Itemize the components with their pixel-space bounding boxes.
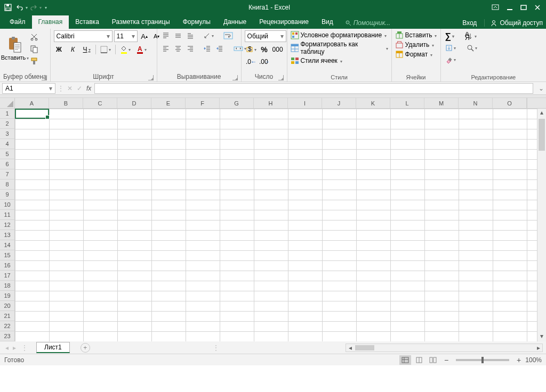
select-all-corner[interactable]	[0, 98, 15, 109]
minimize-icon[interactable]	[507, 4, 513, 11]
font-size-combo[interactable]: 11▾	[114, 30, 138, 42]
horizontal-scrollbar[interactable]: ◂ ▸	[346, 344, 543, 352]
row-header[interactable]: 8	[0, 179, 14, 190]
row-header[interactable]: 10	[0, 200, 14, 210]
active-cell[interactable]	[15, 109, 49, 119]
percent-icon[interactable]: %	[259, 44, 270, 55]
tab-review[interactable]: Рецензирование	[253, 15, 315, 29]
close-icon[interactable]	[534, 4, 541, 11]
save-icon[interactable]	[4, 4, 12, 11]
name-box[interactable]: A1▾	[2, 83, 55, 94]
add-sheet-button[interactable]: +	[81, 343, 90, 353]
row-header[interactable]: 3	[0, 129, 14, 139]
column-header[interactable]: O	[493, 98, 527, 108]
autosum-icon[interactable]: ∑	[444, 31, 455, 42]
vertical-scrollbar[interactable]: ▴ ▾	[537, 109, 546, 341]
tab-formulas[interactable]: Формулы	[176, 15, 217, 29]
row-header[interactable]: 21	[0, 311, 14, 321]
row-header[interactable]: 19	[0, 291, 14, 301]
column-header[interactable]: K	[356, 98, 390, 108]
column-header[interactable]: J	[322, 98, 356, 108]
enter-formula-icon[interactable]: ✓	[77, 85, 82, 92]
column-header[interactable]: H	[254, 98, 288, 108]
clipboard-launcher[interactable]	[42, 75, 47, 80]
bold-button[interactable]: Ж	[54, 44, 65, 55]
tab-view[interactable]: Вид	[315, 15, 340, 29]
paste-button[interactable]: Вставить	[3, 30, 27, 67]
format-painter-icon[interactable]	[29, 56, 39, 67]
row-header[interactable]: 9	[0, 190, 14, 200]
conditional-formatting-button[interactable]: Условное форматирование	[291, 31, 387, 39]
column-header[interactable]: I	[288, 98, 322, 108]
copy-icon[interactable]	[29, 44, 39, 54]
tab-layout[interactable]: Разметка страницы	[106, 15, 176, 29]
increase-font-icon[interactable]: A▴	[139, 31, 150, 42]
zoom-out-button[interactable]: −	[444, 356, 448, 364]
alignment-launcher[interactable]	[232, 75, 238, 80]
column-header[interactable]: N	[459, 98, 493, 108]
increase-decimal-icon[interactable]: .0←	[245, 57, 256, 68]
align-middle-icon[interactable]	[173, 30, 183, 41]
cells-area[interactable]	[15, 109, 537, 341]
row-header[interactable]: 2	[0, 119, 14, 129]
tab-file[interactable]: Файл	[3, 15, 32, 29]
font-color-icon[interactable]: A	[135, 44, 148, 55]
fill-icon[interactable]	[444, 43, 457, 53]
format-as-table-button[interactable]: Форматировать как таблицу	[291, 40, 388, 55]
decrease-indent-icon[interactable]	[202, 43, 213, 54]
number-launcher[interactable]	[278, 75, 284, 80]
format-cells-button[interactable]: Формат	[395, 50, 433, 59]
column-header[interactable]: D	[117, 98, 151, 108]
sign-in-link[interactable]: Вход	[462, 19, 477, 27]
font-launcher[interactable]	[148, 75, 154, 80]
column-header[interactable]: A	[15, 98, 49, 108]
tab-home[interactable]: Главная	[32, 15, 69, 29]
cancel-formula-icon[interactable]: ✕	[67, 85, 73, 92]
wrap-text-icon[interactable]	[222, 30, 234, 41]
normal-view-icon[interactable]	[399, 355, 411, 365]
borders-icon[interactable]	[99, 44, 112, 55]
row-header[interactable]: 12	[0, 220, 14, 230]
align-bottom-icon[interactable]	[185, 30, 196, 41]
fill-color-icon[interactable]	[119, 44, 132, 55]
orientation-icon[interactable]	[202, 30, 215, 41]
row-header[interactable]: 23	[0, 331, 14, 341]
row-header[interactable]: 6	[0, 159, 14, 169]
zoom-in-button[interactable]: +	[517, 356, 521, 364]
insert-cells-button[interactable]: Вставить	[395, 31, 437, 39]
maximize-icon[interactable]	[520, 4, 527, 11]
clear-icon[interactable]	[444, 54, 457, 65]
ribbon-display-icon[interactable]	[492, 4, 499, 11]
row-header[interactable]: 11	[0, 210, 14, 220]
page-layout-view-icon[interactable]	[413, 355, 425, 365]
tab-data[interactable]: Данные	[217, 15, 253, 29]
increase-indent-icon[interactable]	[214, 43, 225, 54]
undo-icon[interactable]	[16, 4, 23, 11]
row-header[interactable]: 18	[0, 281, 14, 291]
find-select-icon[interactable]	[465, 43, 478, 53]
row-header[interactable]: 5	[0, 149, 14, 159]
page-break-view-icon[interactable]	[427, 355, 439, 365]
row-header[interactable]: 7	[0, 169, 14, 179]
align-center-icon[interactable]	[173, 43, 183, 54]
row-header[interactable]: 4	[0, 139, 14, 149]
row-header[interactable]: 13	[0, 230, 14, 240]
sheet-nav-next[interactable]: ▸	[11, 344, 18, 352]
expand-formula-bar[interactable]: ⌄	[536, 85, 546, 92]
zoom-slider[interactable]	[456, 359, 509, 361]
row-header[interactable]: 17	[0, 271, 14, 281]
font-name-combo[interactable]: Calibri▾	[54, 30, 113, 42]
row-header[interactable]: 16	[0, 260, 14, 271]
redo-icon[interactable]	[30, 4, 37, 11]
align-top-icon[interactable]	[160, 30, 171, 41]
sheet-tab-1[interactable]: Лист1	[36, 342, 70, 353]
underline-button[interactable]: Ч	[82, 44, 92, 55]
column-header[interactable]: B	[49, 98, 83, 108]
row-header[interactable]: 22	[0, 321, 14, 331]
cell-styles-button[interactable]: Стили ячеек	[291, 56, 342, 65]
sort-filter-icon[interactable]: AЯ	[464, 31, 478, 42]
zoom-level[interactable]: 100%	[525, 356, 542, 364]
italic-button[interactable]: К	[68, 44, 78, 55]
cut-icon[interactable]	[29, 31, 39, 42]
align-right-icon[interactable]	[185, 43, 196, 54]
